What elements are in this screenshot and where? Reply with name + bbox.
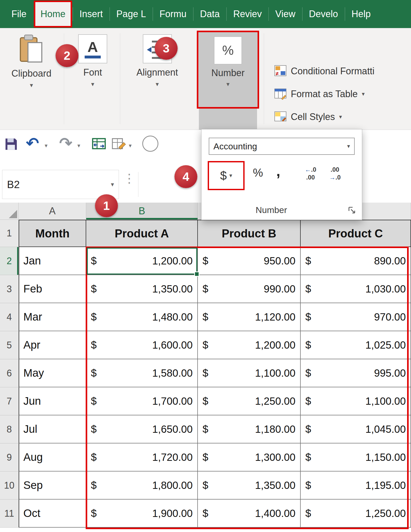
cell-D2[interactable]: $890.00 — [301, 247, 411, 275]
tab-help[interactable]: Help — [345, 0, 378, 28]
edit-table-chevron-icon[interactable]: ▾ — [129, 142, 132, 149]
cell-C3[interactable]: $990.00 — [198, 275, 301, 303]
cell-D8[interactable]: $1,045.00 — [301, 415, 411, 443]
tab-formu[interactable]: Formu — [153, 0, 193, 28]
currency-symbol: $ — [203, 311, 208, 323]
cell-D9[interactable]: $1,150.00 — [301, 443, 411, 471]
tab-reviev[interactable]: Reviev — [226, 0, 268, 28]
cell-D3[interactable]: $1,030.00 — [301, 275, 411, 303]
currency-symbol: $ — [203, 423, 208, 435]
cell-B4[interactable]: $1,480.00 — [86, 303, 198, 331]
cell-A11[interactable]: Oct — [19, 500, 86, 528]
tab-home[interactable]: Home — [34, 1, 72, 28]
drag-handle-dots-icon[interactable]: ⋮ — [123, 171, 136, 185]
cell-B7[interactable]: $1,700.00 — [86, 387, 198, 415]
cell-B1[interactable]: Product A — [86, 220, 198, 247]
cell-C5[interactable]: $1,200.00 — [198, 331, 301, 359]
row-header-10[interactable]: 10 — [0, 471, 19, 500]
tab-insert[interactable]: Insert — [73, 0, 110, 28]
undo-chevron-icon[interactable]: ▾ — [45, 142, 48, 149]
cell-D10[interactable]: $1,195.00 — [301, 471, 411, 500]
currency-symbol: $ — [91, 311, 97, 323]
row-header-11[interactable]: 11 — [0, 500, 19, 528]
sheet-row-11: 11Oct$1,900.00$1,400.00$1,250.00 — [0, 500, 411, 528]
cell-B11[interactable]: $1,900.00 — [86, 500, 198, 528]
name-box[interactable]: B2 ▾ — [2, 170, 119, 199]
cell-D5[interactable]: $1,025.00 — [301, 331, 411, 359]
number-format-select[interactable]: Accounting ▾ — [209, 138, 355, 155]
tab-develo[interactable]: Develo — [302, 0, 345, 28]
select-all-corner[interactable] — [0, 203, 19, 220]
cell-A4[interactable]: Mar — [19, 303, 86, 331]
row-header-7[interactable]: 7 — [0, 387, 19, 415]
cell-C6[interactable]: $1,100.00 — [198, 359, 301, 387]
tab-page-l[interactable]: Page L — [110, 0, 153, 28]
conditional-formatting-button[interactable]: ≠ Conditional Formatti — [274, 64, 374, 78]
cell-D7[interactable]: $1,100.00 — [301, 387, 411, 415]
cell-C7[interactable]: $1,250.00 — [198, 387, 301, 415]
cell-D11[interactable]: $1,250.00 — [301, 500, 411, 528]
row-header-2[interactable]: 2 — [0, 247, 19, 275]
cell-A2[interactable]: Jan — [19, 247, 86, 275]
cell-B9[interactable]: $1,720.00 — [86, 443, 198, 471]
column-header-a[interactable]: A — [19, 203, 86, 220]
undo-button[interactable]: ↶ — [26, 134, 39, 152]
cell-B5[interactable]: $1,600.00 — [86, 331, 198, 359]
cell-A1[interactable]: Month — [19, 220, 86, 247]
cell-A3[interactable]: Feb — [19, 275, 86, 303]
cell-C1[interactable]: Product B — [198, 220, 301, 247]
name-box-dropdown-icon[interactable]: ▾ — [111, 181, 114, 188]
row-header-9[interactable]: 9 — [0, 443, 19, 471]
row-header-4[interactable]: 4 — [0, 303, 19, 331]
tab-data[interactable]: Data — [193, 0, 226, 28]
row-header-6[interactable]: 6 — [0, 359, 19, 387]
cell-B3[interactable]: $1,350.00 — [86, 275, 198, 303]
cell-A10[interactable]: Sep — [19, 471, 86, 500]
cell-C4[interactable]: $1,120.00 — [198, 303, 301, 331]
cell-D6[interactable]: $995.00 — [301, 359, 411, 387]
row-header-8[interactable]: 8 — [0, 415, 19, 443]
save-button[interactable] — [4, 137, 19, 153]
number-group-button[interactable]: % Number ▾ — [197, 31, 259, 109]
cell-B8[interactable]: $1,650.00 — [86, 415, 198, 443]
cell-B10[interactable]: $1,800.00 — [86, 471, 198, 500]
accounting-currency-button[interactable]: $ ▾ — [211, 165, 241, 187]
decrease-decimal-button[interactable]: .00 →.0 — [329, 166, 341, 181]
currency-symbol: $ — [203, 283, 208, 295]
redo-button[interactable]: ↷ — [59, 134, 72, 152]
number-flyout-caption: Number — [201, 205, 341, 215]
cell-C8[interactable]: $1,180.00 — [198, 415, 301, 443]
cell-B2[interactable]: $1,200.00 — [86, 247, 198, 275]
dialog-launcher-icon[interactable] — [348, 206, 356, 216]
clipboard-group-button[interactable]: Clipboard ▾ — [4, 34, 59, 88]
cell-A5[interactable]: Apr — [19, 331, 86, 359]
comma-style-button[interactable]: , — [276, 163, 280, 179]
currency-symbol: $ — [305, 255, 311, 267]
cell-C10[interactable]: $1,350.00 — [198, 471, 301, 500]
fill-handle[interactable] — [194, 271, 199, 277]
tab-view[interactable]: View — [268, 0, 302, 28]
cell-styles-button[interactable]: Cell Styles ▾ — [274, 110, 342, 124]
cell-A6[interactable]: May — [19, 359, 86, 387]
cell-C2[interactable]: $950.00 — [198, 247, 301, 275]
increase-decimal-button[interactable]: ←.0 .00 — [305, 166, 316, 181]
row-header-3[interactable]: 3 — [0, 275, 19, 303]
redo-chevron-icon[interactable]: ▾ — [77, 142, 80, 149]
edit-table-button[interactable] — [111, 136, 126, 152]
cell-C9[interactable]: $1,300.00 — [198, 443, 301, 471]
row-header-1[interactable]: 1 — [0, 220, 19, 247]
row-header-5[interactable]: 5 — [0, 331, 19, 359]
cell-A7[interactable]: Jun — [19, 387, 86, 415]
currency-symbol: $ — [305, 508, 311, 519]
percent-style-button[interactable]: % — [253, 166, 263, 179]
cell-D1[interactable]: Product C — [301, 220, 411, 247]
table-tool-button[interactable] — [91, 136, 106, 152]
cell-A9[interactable]: Aug — [19, 443, 86, 471]
cell-D4[interactable]: $970.00 — [301, 303, 411, 331]
cell-B6[interactable]: $1,580.00 — [86, 359, 198, 387]
tab-file[interactable]: File — [5, 0, 33, 28]
cell-C11[interactable]: $1,400.00 — [198, 500, 301, 528]
format-as-table-button[interactable]: Format as Table ▾ — [274, 87, 365, 101]
clipboard-icon — [19, 34, 44, 64]
cell-A8[interactable]: Jul — [19, 415, 86, 443]
